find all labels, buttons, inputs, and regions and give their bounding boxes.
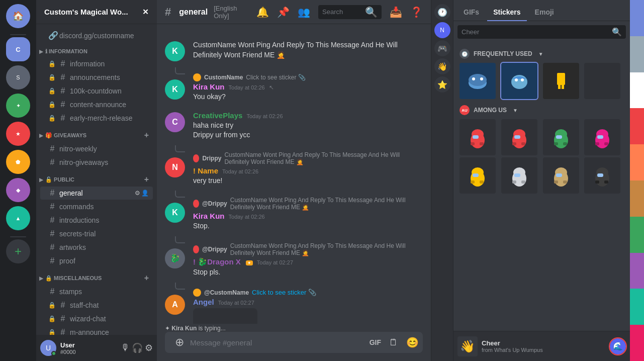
sticker-item-black[interactable] <box>584 157 620 194</box>
channel-item-information[interactable]: 🔒#information <box>40 57 153 70</box>
user-avatar[interactable]: U <box>40 340 56 356</box>
nitro-icon[interactable]: N <box>434 22 450 38</box>
username-kira2[interactable]: Kira Kun <box>193 212 225 220</box>
reply-connector <box>175 191 185 198</box>
game-icon[interactable]: 🎮 <box>434 40 450 56</box>
reply-connector <box>175 283 185 290</box>
channel-item-content[interactable]: 🔒#content-announce <box>40 98 153 111</box>
channel-item-merch[interactable]: 🔒#early-merch-release <box>40 112 153 125</box>
sticker-item-white[interactable] <box>501 157 537 194</box>
username-dragon[interactable]: ! 🐉Dragon X <box>193 257 241 266</box>
sticker-item-red[interactable] <box>459 119 496 155</box>
sticker-grid-frequent <box>455 61 628 101</box>
sticker-item[interactable] <box>584 63 620 99</box>
category-public[interactable]: ▶ 🔓 PUBLIC + <box>36 173 157 186</box>
gif-button[interactable]: GIF <box>367 336 383 348</box>
help-icon[interactable]: ❓ <box>410 6 423 18</box>
sticker-button[interactable]: 🗒 <box>387 335 400 350</box>
channel-name: information <box>70 60 149 68</box>
sticker-item[interactable] <box>501 63 537 99</box>
sticker-name: Cheer <box>482 339 543 347</box>
channel-item-commands[interactable]: #commands <box>40 200 153 213</box>
active-server-icon[interactable]: C <box>6 37 30 61</box>
sticker-display[interactable]: 🐶 <box>193 308 257 324</box>
server-icon[interactable]: ⬟ <box>6 150 30 174</box>
attach-button[interactable]: ⊕ <box>173 332 186 353</box>
search-input[interactable] <box>322 8 363 16</box>
server-icon[interactable]: ✦ <box>6 94 30 118</box>
avatar: K <box>165 41 185 61</box>
channel-item-100k[interactable]: 🔒#100k-countdown <box>40 84 153 98</box>
tab-gifs[interactable]: GIFs <box>457 4 485 21</box>
sticker-search-box[interactable]: 🔍 <box>457 25 626 39</box>
wave-icon[interactable]: 👋 <box>434 58 450 74</box>
category-among-us[interactable]: AU AMONG US ▼ <box>455 101 628 117</box>
channel-item-secrets-trial[interactable]: #secrets-trial <box>40 227 153 240</box>
star-icon[interactable]: ⭐ <box>434 76 450 93</box>
sticker-content[interactable]: 🕐 FREQUENTLY USED ▼ AU AMONG US <box>453 43 630 331</box>
reply-text[interactable]: Click to see sticker 📎 <box>252 289 316 296</box>
category-label: 🎁 GIVEAWAYS <box>45 132 86 139</box>
server-icon[interactable]: ★ <box>6 122 30 146</box>
channel-item-artworks[interactable]: #artworks <box>40 241 153 254</box>
sticker-item[interactable] <box>543 63 579 99</box>
channel-item-introductions[interactable]: #introductions <box>40 214 153 227</box>
add-channel-button[interactable]: + <box>144 274 149 283</box>
sticker-item[interactable] <box>459 63 496 99</box>
settings-icon[interactable]: ⚙ <box>135 190 140 197</box>
add-server-button[interactable]: + <box>6 239 30 263</box>
reply-text[interactable]: Click to see sticker 📎 <box>246 74 305 81</box>
channel-item-nitro-weekly[interactable]: #nitro-weekly <box>40 142 153 155</box>
add-channel-button[interactable]: + <box>144 175 149 184</box>
send-sticker-button[interactable]: 🌊 <box>610 338 626 354</box>
username-kira[interactable]: Kira Kun <box>193 82 225 91</box>
sticker-item-green[interactable] <box>543 119 579 155</box>
tab-stickers[interactable]: Stickers <box>487 4 526 21</box>
pin-icon[interactable]: 📌 <box>277 6 290 18</box>
sticker-item-yellow[interactable] <box>459 157 496 194</box>
username-angel[interactable]: Angel <box>193 298 214 306</box>
channel-item-stamps[interactable]: #stamps <box>40 285 153 298</box>
recently-used-icon[interactable]: 🕐 <box>434 4 450 20</box>
server-icon[interactable]: ◆ <box>6 178 30 202</box>
channel-item-m-announce[interactable]: 🔒#m-announce <box>40 326 153 335</box>
tab-emoji[interactable]: Emoji <box>529 4 560 21</box>
sticker-item-tan[interactable] <box>543 157 579 194</box>
messages-container[interactable]: K CustomName Wont Ping And Reply To This… <box>157 24 431 324</box>
settings-button[interactable]: ⚙ <box>145 342 153 353</box>
message-input[interactable] <box>190 333 363 352</box>
home-button[interactable]: 🏠 <box>6 4 30 28</box>
category-icon: 🕐 <box>459 49 470 59</box>
channel-item-proof[interactable]: #proof <box>40 254 153 267</box>
mute-button[interactable]: 🎙 <box>121 342 130 353</box>
channel-item-staff-chat[interactable]: 🔒#staff-chat <box>40 299 153 312</box>
lock-icon: 🔒 <box>48 302 56 309</box>
channel-name: artworks <box>59 243 149 251</box>
category-misc[interactable]: ▶ 🔒 MISCELLANEOUS + <box>36 272 157 285</box>
category-giveaways[interactable]: ▶ 🎁 GIVEAWAYS + <box>36 129 157 142</box>
server-icon[interactable]: ▲ <box>6 206 30 230</box>
channel-item-nitro-giveaways[interactable]: #nitro-giveaways <box>40 156 153 169</box>
add-channel-button[interactable]: + <box>144 131 149 140</box>
members-icon[interactable]: 👤 <box>141 190 149 197</box>
sticker-search-input[interactable] <box>462 28 610 36</box>
category-frequently-used[interactable]: 🕐 FREQUENTLY USED ▼ <box>455 45 628 61</box>
members-icon[interactable]: 👥 <box>298 6 310 18</box>
server-header[interactable]: Custom's Magical Wo... ✕ <box>36 0 157 24</box>
bell-icon[interactable]: 🔔 <box>256 6 269 18</box>
invite-link[interactable]: 🔗 discord.gg/customname <box>40 29 153 42</box>
sticker-item-red2[interactable] <box>501 119 537 155</box>
server-icon[interactable]: S <box>6 65 30 89</box>
category-information[interactable]: ▶ ℹ INFORMATION <box>36 46 157 57</box>
channel-item-wizard-chat[interactable]: 🔒#wizard-chat <box>40 312 153 325</box>
username-creative[interactable]: CreativePlays <box>193 111 242 120</box>
channel-item-general[interactable]: # general ⚙ 👤 <box>40 187 153 200</box>
inbox-icon[interactable]: 📥 <box>390 6 402 18</box>
search-box[interactable]: 🔍 <box>318 5 382 19</box>
sticker-item-pink[interactable] <box>584 119 620 155</box>
username-name[interactable]: ! Name <box>193 166 218 175</box>
discriminator-display: #0000 <box>60 349 117 355</box>
emoji-button[interactable]: 😊 <box>404 334 421 350</box>
deafen-button[interactable]: 🎧 <box>132 342 143 353</box>
channel-item-announcements[interactable]: 🔒#announcements <box>40 71 153 84</box>
